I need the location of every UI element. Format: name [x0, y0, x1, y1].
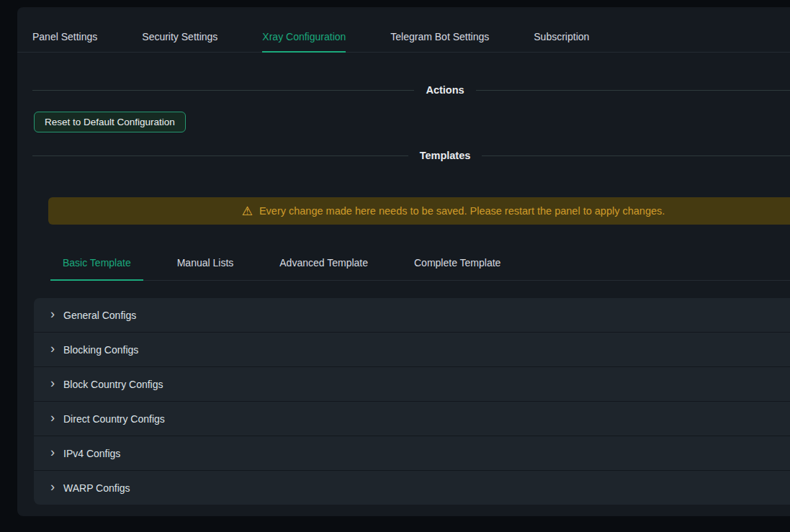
tab-security-settings[interactable]: Security Settings	[142, 31, 217, 53]
configs-accordion: › General Configs › Blocking Configs › B…	[34, 298, 790, 505]
actions-divider-label: Actions	[426, 84, 464, 96]
tab-basic-template[interactable]: Basic Template	[50, 257, 143, 281]
chevron-right-icon: ›	[50, 307, 55, 320]
tab-manual-lists[interactable]: Manual Lists	[165, 257, 246, 281]
accordion-item-general-configs[interactable]: › General Configs	[34, 298, 790, 333]
accordion-item-label: Block Country Configs	[63, 379, 163, 390]
reset-to-default-button[interactable]: Reset to Default Configuration	[34, 112, 186, 132]
settings-tab-bar: Panel Settings Security Settings Xray Co…	[17, 7, 790, 53]
chevron-right-icon: ›	[50, 377, 55, 389]
accordion-item-direct-country-configs[interactable]: › Direct Country Configs	[34, 402, 790, 436]
accordion-item-warp-configs[interactable]: › WARP Configs	[34, 471, 790, 505]
accordion-item-label: Blocking Configs	[63, 344, 138, 356]
chevron-right-icon: ›	[50, 411, 55, 424]
accordion-item-label: Direct Country Configs	[63, 413, 165, 425]
restart-warning-text: Every change made here needs to be saved…	[259, 205, 665, 217]
templates-divider-label: Templates	[420, 150, 471, 161]
warning-icon: ⚠	[242, 205, 253, 217]
tab-xray-configuration[interactable]: Xray Configuration	[262, 31, 346, 53]
restart-warning-alert: ⚠ Every change made here needs to be sav…	[48, 197, 790, 225]
accordion-item-label: General Configs	[63, 310, 136, 321]
settings-panel: Panel Settings Security Settings Xray Co…	[17, 7, 790, 516]
accordion-item-ipv4-configs[interactable]: › IPv4 Configs	[34, 436, 790, 471]
chevron-right-icon: ›	[50, 446, 55, 459]
tab-complete-template[interactable]: Complete Template	[402, 257, 513, 281]
accordion-item-label: IPv4 Configs	[63, 448, 120, 459]
tab-telegram-bot-settings[interactable]: Telegram Bot Settings	[390, 31, 489, 53]
accordion-item-blocking-configs[interactable]: › Blocking Configs	[34, 333, 790, 367]
templates-divider: Templates	[32, 150, 790, 161]
tab-advanced-template[interactable]: Advanced Template	[267, 257, 380, 281]
chevron-right-icon: ›	[50, 480, 55, 493]
chevron-right-icon: ›	[50, 342, 55, 355]
accordion-item-label: WARP Configs	[63, 482, 130, 494]
accordion-item-block-country-configs[interactable]: › Block Country Configs	[34, 367, 790, 402]
actions-divider: Actions	[32, 84, 790, 96]
tab-panel-settings[interactable]: Panel Settings	[32, 31, 97, 53]
tab-subscription[interactable]: Subscription	[534, 31, 589, 53]
template-tab-bar: Basic Template Manual Lists Advanced Tem…	[50, 257, 790, 281]
